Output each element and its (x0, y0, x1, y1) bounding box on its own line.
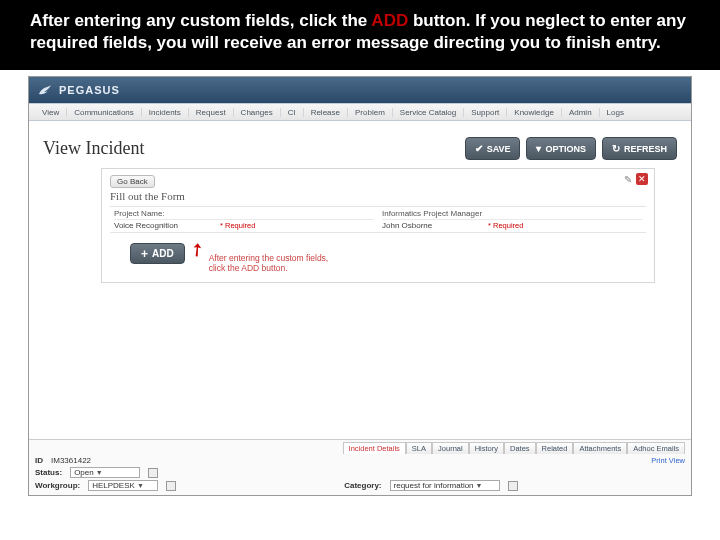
tab-adhoc-emails[interactable]: Adhoc Emails (627, 442, 685, 454)
tab-history[interactable]: History (469, 442, 504, 454)
field-project-manager: Informatics Project Manager Required (378, 207, 646, 232)
tab-sla[interactable]: SLA (406, 442, 432, 454)
field-label: Informatics Project Manager (382, 208, 642, 220)
nav-communications[interactable]: Communications (67, 108, 142, 117)
id-label: ID (35, 456, 43, 465)
category-action-icon[interactable] (508, 481, 518, 491)
nav-request[interactable]: Request (189, 108, 234, 117)
caption-add-word: ADD (371, 11, 408, 30)
nav-knowledge[interactable]: Knowledge (507, 108, 562, 117)
form-panel: ✎ ✕ Go Back Fill out the Form Project Na… (101, 168, 655, 282)
pegasus-icon (37, 82, 53, 98)
status-label: Status: (35, 468, 62, 477)
page-title: View Incident (43, 138, 144, 159)
panel-tools: ✎ ✕ (624, 173, 648, 185)
save-button[interactable]: ✔SAVE (465, 137, 521, 160)
status-action-icon[interactable] (148, 468, 158, 478)
project-manager-input[interactable] (382, 221, 482, 230)
go-back-button[interactable]: Go Back (110, 175, 155, 188)
status-value: Open (74, 468, 94, 477)
nav-admin[interactable]: Admin (562, 108, 600, 117)
close-icon[interactable]: ✕ (636, 173, 648, 185)
workgroup-action-icon[interactable] (166, 481, 176, 491)
field-row: Project Name: Required Informatics Proje… (110, 206, 646, 233)
slide-caption: After entering any custom fields, click … (0, 0, 720, 70)
options-label: OPTIONS (545, 144, 586, 154)
arrow-icon: ➚ (183, 237, 209, 263)
tab-dates[interactable]: Dates (504, 442, 536, 454)
chevron-down-icon: ▼ (476, 482, 483, 489)
category-value: request for information (394, 481, 474, 490)
tab-attachments[interactable]: Attachments (573, 442, 627, 454)
status-select[interactable]: Open▼ (70, 467, 140, 478)
nav-changes[interactable]: Changes (234, 108, 281, 117)
nav-view[interactable]: View (35, 108, 67, 117)
category-select[interactable]: request for information▼ (390, 480, 500, 491)
refresh-icon: ↻ (612, 143, 620, 154)
app-header: PEGASUS (29, 77, 691, 103)
action-buttons: ✔SAVE ▾OPTIONS ↻REFRESH (465, 137, 677, 160)
nav-incidents[interactable]: Incidents (142, 108, 189, 117)
caption-text-before: After entering any custom fields, click … (30, 11, 371, 30)
callout-text: After entering the custom fields, click … (209, 253, 339, 273)
callout: ➚ After entering the custom fields, clic… (195, 245, 339, 273)
workgroup-label: Workgroup: (35, 481, 80, 490)
status-row-1: ID IM3361422 Print View (35, 456, 685, 465)
chevron-down-icon: ▾ (536, 143, 541, 154)
tab-journal[interactable]: Journal (432, 442, 469, 454)
nav-ci[interactable]: CI (281, 108, 304, 117)
nav-service-catalog[interactable]: Service Catalog (393, 108, 464, 117)
check-icon: ✔ (475, 143, 483, 154)
add-label: ADD (152, 248, 174, 259)
chevron-down-icon: ▼ (137, 482, 144, 489)
add-row: +ADD ➚ After entering the custom fields,… (110, 243, 646, 273)
nav-problem[interactable]: Problem (348, 108, 393, 117)
status-row-2: Status: Open▼ (35, 467, 685, 478)
brand-text: PEGASUS (59, 84, 120, 96)
workgroup-value: HELPDESK (92, 481, 135, 490)
nav-bar: View Communications Incidents Request Ch… (29, 103, 691, 121)
workgroup-select[interactable]: HELPDESK▼ (88, 480, 158, 491)
category-label: Category: (344, 481, 381, 490)
required-badge: Required (488, 221, 523, 230)
nav-support[interactable]: Support (464, 108, 507, 117)
required-badge: Required (220, 221, 255, 230)
add-button[interactable]: +ADD (130, 243, 185, 264)
chevron-down-icon: ▼ (96, 469, 103, 476)
bottom-bar: Incident Details SLA Journal History Dat… (29, 439, 691, 495)
project-name-input[interactable] (114, 221, 214, 230)
page-header: View Incident ✔SAVE ▾OPTIONS ↻REFRESH (29, 121, 691, 166)
options-button[interactable]: ▾OPTIONS (526, 137, 596, 160)
field-label: Project Name: (114, 208, 374, 220)
panel-title: Fill out the Form (110, 190, 646, 202)
nav-logs[interactable]: Logs (600, 108, 631, 117)
status-row-3: Workgroup: HELPDESK▼ Category: request f… (35, 480, 685, 491)
app-window: PEGASUS View Communications Incidents Re… (28, 76, 692, 496)
wand-icon[interactable]: ✎ (624, 174, 632, 185)
tab-related[interactable]: Related (536, 442, 574, 454)
brand: PEGASUS (37, 82, 120, 98)
field-project-name: Project Name: Required (110, 207, 378, 232)
save-label: SAVE (487, 144, 511, 154)
plus-icon: + (141, 249, 148, 259)
id-value: IM3361422 (51, 456, 91, 465)
refresh-button[interactable]: ↻REFRESH (602, 137, 677, 160)
tab-incident-details[interactable]: Incident Details (343, 442, 406, 454)
refresh-label: REFRESH (624, 144, 667, 154)
nav-release[interactable]: Release (304, 108, 348, 117)
detail-tabs: Incident Details SLA Journal History Dat… (35, 442, 685, 454)
print-view-link[interactable]: Print View (651, 456, 685, 465)
